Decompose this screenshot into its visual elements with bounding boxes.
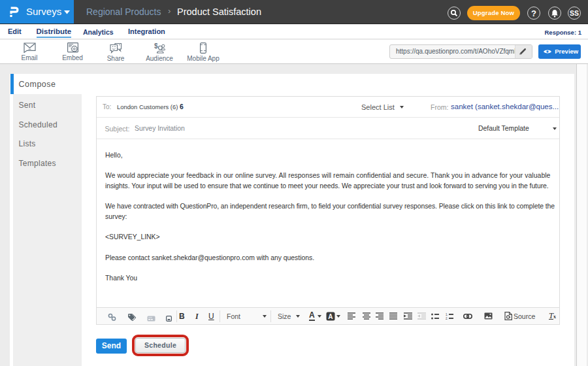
svg-text:$: $ (154, 42, 158, 50)
svg-text:A: A (328, 313, 333, 320)
svg-text:1.: 1. (446, 313, 448, 316)
svg-text:2.: 2. (446, 317, 448, 320)
